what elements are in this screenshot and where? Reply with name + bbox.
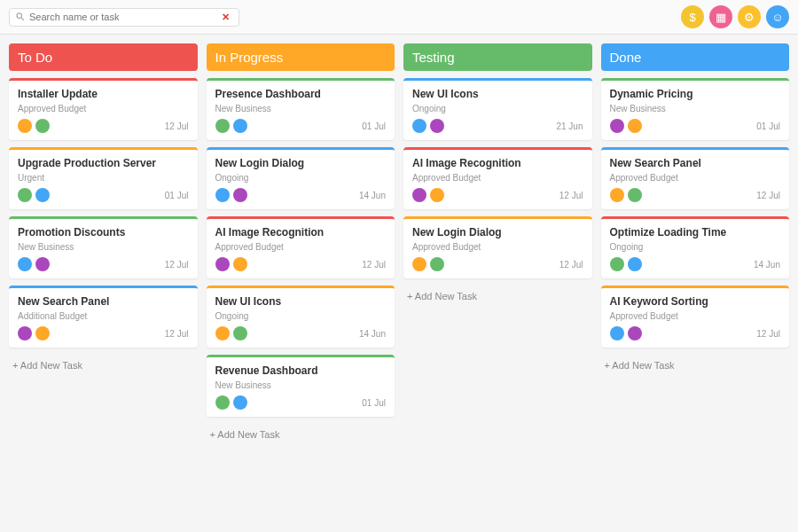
task-card[interactable]: Optimize Loading TimeOngoing14 Jun	[601, 216, 790, 278]
column-green: TestingNew UI IconsOngoing21 JunAI Image…	[403, 43, 592, 523]
avatar-icon	[430, 188, 444, 202]
card-date: 12 Jul	[165, 260, 189, 270]
assignee-avatars	[610, 326, 642, 340]
task-card[interactable]: Promotion DiscountsNew Business12 Jul	[9, 216, 198, 278]
add-task-button[interactable]: + Add New Task	[403, 286, 592, 307]
kanban-board: To DoInstaller UpdateApproved Budget12 J…	[0, 35, 798, 532]
calendar-icon[interactable]: ▦	[709, 5, 732, 28]
avatar-icon	[628, 188, 642, 202]
task-card[interactable]: Presence DashboardNew Business01 Jul	[207, 78, 395, 140]
add-task-button[interactable]: + Add New Task	[601, 355, 790, 376]
add-task-button[interactable]: + Add New Task	[9, 355, 198, 376]
card-title: Dynamic Pricing	[610, 88, 781, 100]
task-card[interactable]: AI Image RecognitionApproved Budget12 Ju…	[403, 147, 592, 209]
card-date: 12 Jul	[559, 260, 583, 270]
card-date: 14 Jun	[359, 191, 386, 200]
card-footer: 14 Jun	[610, 257, 781, 271]
column-header: To Do	[9, 43, 198, 71]
avatar-icon	[628, 326, 642, 340]
task-card[interactable]: New Login DialogApproved Budget12 Jul	[403, 216, 592, 278]
add-task-button[interactable]: + Add New Task	[207, 424, 395, 445]
assignee-avatars	[215, 326, 247, 340]
avatar-icon	[430, 257, 444, 271]
card-title: Promotion Discounts	[18, 226, 189, 239]
card-footer: 12 Jul	[412, 188, 583, 202]
card-title: AI Keyword Sorting	[610, 295, 781, 308]
column-header: In Progress	[207, 43, 395, 71]
avatar-icon	[610, 119, 624, 133]
task-card[interactable]: AI Image RecognitionApproved Budget12 Ju…	[207, 216, 395, 278]
task-card[interactable]: Revenue DashboardNew Business01 Jul	[207, 355, 395, 417]
card-title: Presence Dashboard	[215, 88, 387, 100]
avatar-icon	[18, 257, 32, 271]
column-red: To DoInstaller UpdateApproved Budget12 J…	[9, 43, 198, 523]
task-card[interactable]: New UI IconsOngoing21 Jun	[403, 78, 592, 140]
avatar-icon	[215, 257, 230, 271]
card-subtitle: Ongoing	[215, 311, 387, 321]
avatar-icon	[18, 119, 32, 133]
card-footer: 12 Jul	[215, 257, 387, 271]
assignee-avatars	[610, 188, 642, 202]
card-subtitle: Approved Budget	[610, 173, 781, 183]
card-date: 12 Jul	[362, 260, 386, 270]
avatar-icon	[35, 257, 50, 271]
card-subtitle: Approved Budget	[412, 242, 583, 252]
task-card[interactable]: New Search PanelAdditional Budget12 Jul	[9, 286, 198, 348]
assignee-avatars	[18, 188, 50, 202]
task-card[interactable]: AI Keyword SortingApproved Budget12 Jul	[601, 286, 790, 348]
assignee-avatars	[215, 119, 247, 133]
card-subtitle: Approved Budget	[18, 104, 189, 113]
task-card[interactable]: Dynamic PricingNew Business01 Jul	[601, 78, 790, 140]
search-box[interactable]: ✕	[9, 8, 239, 27]
card-date: 12 Jul	[165, 329, 189, 339]
kanban-app: ✕ $ ▦ ⚙ ☺ To DoInstaller UpdateApproved …	[0, 0, 798, 532]
assignee-avatars	[215, 257, 247, 271]
avatar-icon	[215, 326, 230, 340]
card-date: 14 Jun	[359, 329, 386, 339]
avatar-icon	[412, 257, 426, 271]
coin-icon[interactable]: $	[681, 5, 704, 28]
avatar-icon	[233, 257, 247, 271]
search-icon	[15, 12, 26, 22]
task-card[interactable]: New Search PanelApproved Budget12 Jul	[601, 147, 790, 209]
card-footer: 01 Jul	[18, 188, 189, 202]
clear-search-icon[interactable]: ✕	[218, 12, 233, 23]
assignee-avatars	[215, 188, 247, 202]
avatar-icon	[18, 188, 32, 202]
assignee-avatars	[610, 257, 642, 271]
assignee-avatars	[610, 119, 642, 133]
column-header: Done	[601, 43, 790, 71]
card-date: 12 Jul	[165, 121, 189, 131]
card-subtitle: Additional Budget	[18, 311, 189, 321]
avatar-icon	[628, 119, 642, 133]
avatar-icon	[233, 188, 247, 202]
card-footer: 12 Jul	[610, 188, 781, 202]
card-subtitle: Ongoing	[412, 104, 583, 113]
card-title: AI Image Recognition	[215, 226, 387, 239]
card-footer: 01 Jul	[610, 119, 781, 133]
card-date: 12 Jul	[559, 191, 583, 200]
avatar-icon	[18, 326, 32, 340]
task-card[interactable]: New UI IconsOngoing14 Jun	[207, 286, 395, 348]
card-footer: 01 Jul	[215, 395, 387, 410]
card-subtitle: Approved Budget	[412, 173, 583, 183]
task-card[interactable]: New Login DialogOngoing14 Jun	[207, 147, 395, 209]
card-date: 14 Jun	[754, 260, 780, 270]
user-icon[interactable]: ☺	[766, 5, 789, 28]
assignee-avatars	[18, 119, 50, 133]
gear-icon[interactable]: ⚙	[738, 5, 761, 28]
avatar-icon	[233, 326, 247, 340]
card-subtitle: Approved Budget	[610, 311, 781, 321]
card-date: 12 Jul	[756, 191, 780, 200]
card-subtitle: New Business	[215, 380, 387, 390]
column-header: Testing	[403, 43, 592, 71]
avatar-icon	[412, 188, 426, 202]
assignee-avatars	[18, 326, 50, 340]
topbar: ✕ $ ▦ ⚙ ☺	[0, 0, 798, 35]
card-subtitle: Ongoing	[215, 173, 387, 183]
task-card[interactable]: Upgrade Production ServerUrgent01 Jul	[9, 147, 198, 209]
search-input[interactable]	[29, 12, 215, 22]
avatar-icon	[35, 119, 50, 133]
task-card[interactable]: Installer UpdateApproved Budget12 Jul	[9, 78, 198, 140]
avatar-icon	[35, 188, 50, 202]
